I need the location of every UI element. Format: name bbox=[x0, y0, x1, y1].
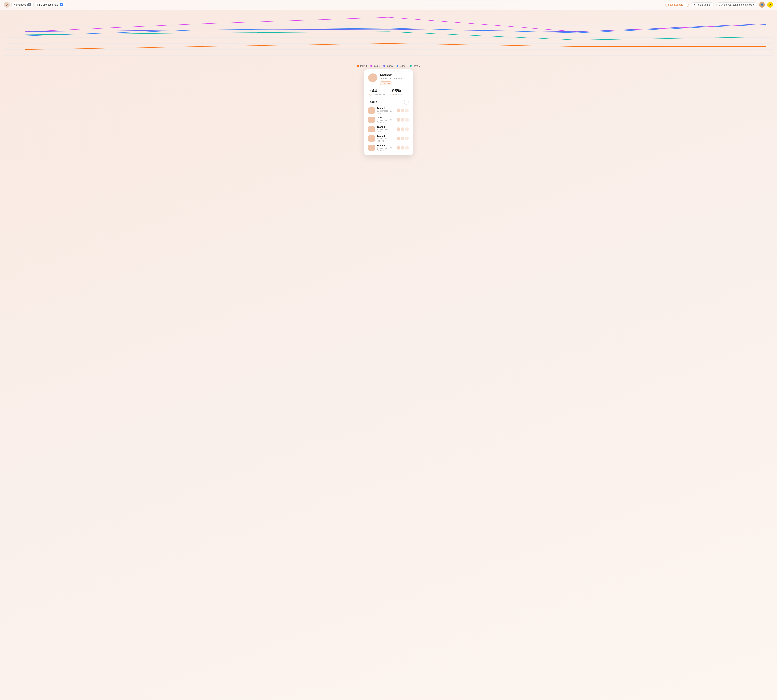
legend-team3-label: Team 3 bbox=[386, 65, 393, 67]
team1-color-dot bbox=[357, 65, 359, 67]
team-member-avatars bbox=[397, 127, 409, 131]
stat-reviews: ↻ 98% 2445 Reviews bbox=[389, 88, 402, 96]
navbar-right: 3 pts available ⋮ ✦ Ask anything! Curren… bbox=[665, 2, 773, 8]
pts-chevron-icon: ⋮ bbox=[684, 3, 687, 6]
verified-badge: ✓ verified bbox=[379, 82, 392, 85]
team-info: team 2 33 members 12 Projects bbox=[377, 116, 394, 123]
mini-avatar bbox=[401, 127, 404, 131]
profile-name: Andrew bbox=[379, 73, 409, 77]
navbar-left: ↺ workspace W Hire professionals H bbox=[4, 2, 65, 8]
team-info: Team 3 24 members 12 Projects bbox=[377, 125, 394, 133]
teams-header: Teams + bbox=[368, 100, 409, 105]
year-dropdown-button[interactable]: Current year team peformance ▾ bbox=[716, 2, 757, 7]
team-info: Team 5 12 members 12 Projects bbox=[377, 144, 394, 152]
legend-team4: Team 4 bbox=[397, 65, 407, 67]
team-item[interactable]: Team 5 12 members 12 Projects bbox=[368, 144, 409, 152]
legend-team5: Team 5 bbox=[410, 65, 420, 67]
tab-workspace-badge: W bbox=[27, 3, 31, 6]
team-item[interactable]: Team 4 4 members 12 Projects bbox=[368, 135, 409, 142]
team-name: team 2 bbox=[377, 116, 394, 119]
mini-avatar bbox=[405, 137, 409, 140]
team-info: Team 1 10 members 12 Projects bbox=[377, 107, 394, 114]
team-item[interactable]: Team 3 24 members 12 Projects bbox=[368, 125, 409, 133]
dropdown-label: Current year team peformance bbox=[719, 3, 752, 6]
profile-avatar bbox=[368, 73, 377, 82]
stat-teammates-label: 2,345 Teammates bbox=[369, 93, 385, 96]
team-meta: 4 members 12 Projects bbox=[377, 138, 394, 142]
mini-avatar bbox=[401, 109, 404, 112]
team-info: Team 4 4 members 12 Projects bbox=[377, 135, 394, 142]
app-logo-icon[interactable]: ↺ bbox=[4, 2, 10, 8]
team5-color-dot bbox=[410, 65, 411, 67]
chevron-down-icon: ▾ bbox=[753, 3, 754, 6]
mini-avatar bbox=[397, 137, 400, 140]
mini-avatar bbox=[397, 118, 400, 122]
add-team-button[interactable]: + bbox=[404, 100, 409, 105]
tab-hire[interactable]: Hire professionals H bbox=[35, 2, 65, 7]
team-member-avatars bbox=[397, 118, 409, 122]
team2-color-dot bbox=[370, 65, 372, 67]
profile-sub: 15 members • 5 Teams bbox=[379, 77, 409, 80]
team4-color-dot bbox=[397, 65, 398, 67]
svg-text:May: May bbox=[760, 62, 772, 62]
teams-title: Teams bbox=[368, 100, 377, 104]
team-avatar bbox=[368, 107, 375, 114]
stats-row: ✕ 44 2,345 Teammates ↻ 98% 2445 Reviews bbox=[368, 88, 409, 96]
team-meta: 33 members 12 Projects bbox=[377, 119, 394, 123]
legend-team3: Team 3 bbox=[383, 65, 393, 67]
chart-svg: 100 90 80 70 60 50 40 30 20 January Febr… bbox=[4, 14, 773, 62]
team-avatar bbox=[368, 126, 375, 132]
team3-color-dot bbox=[383, 65, 385, 67]
team-name: Team 4 bbox=[377, 135, 394, 138]
legend-team2: Team 2 bbox=[370, 65, 380, 67]
profile-header: Andrew 15 members • 5 Teams ✓ verified bbox=[368, 73, 409, 85]
team-avatar bbox=[368, 117, 375, 123]
legend-team1-label: Team 1 bbox=[360, 65, 367, 67]
team-meta: 24 members 12 Projects bbox=[377, 128, 394, 133]
svg-text:February: February bbox=[187, 62, 212, 62]
verified-check-icon: ✓ bbox=[381, 82, 383, 84]
team-item[interactable]: Team 1 10 members 12 Projects bbox=[368, 107, 409, 114]
team-list: Team 1 10 members 12 Projects bbox=[368, 107, 409, 152]
svg-text:March: March bbox=[380, 62, 397, 62]
stat-reviews-label: 2445 Reviews bbox=[389, 93, 402, 96]
stat-teammates-count: 2,345 bbox=[369, 93, 374, 96]
mini-avatar bbox=[405, 109, 409, 112]
tab-workspace-label: workspace bbox=[13, 3, 26, 6]
mini-avatar bbox=[401, 137, 404, 140]
mini-avatar bbox=[397, 127, 400, 131]
team-avatar bbox=[368, 145, 375, 151]
mini-avatar bbox=[397, 146, 400, 150]
svg-text:January: January bbox=[14, 62, 36, 62]
team-meta: 12 members 12 Projects bbox=[377, 147, 394, 152]
theme-toggle-button[interactable]: ☀ bbox=[767, 2, 773, 8]
mini-avatar bbox=[397, 109, 400, 112]
team-members: 10 members bbox=[377, 110, 388, 112]
stat-reviews-main: ↻ 98% bbox=[389, 88, 402, 93]
legend-team5-label: Team 5 bbox=[413, 65, 420, 67]
stat-refresh-icon: ↻ bbox=[389, 89, 391, 92]
tab-hire-label: Hire professionals bbox=[37, 3, 58, 6]
pts-available-button[interactable]: 3 pts available ⋮ bbox=[665, 3, 688, 7]
pts-label: 3 pts available bbox=[668, 3, 683, 6]
stat-teammates-text: Teammates bbox=[375, 93, 385, 96]
legend-team2-label: Team 2 bbox=[373, 65, 380, 67]
performance-chart: 100 90 80 70 60 50 40 30 20 January Febr… bbox=[0, 10, 777, 66]
stat-reviews-text: Reviews bbox=[394, 93, 402, 96]
profile-card: Andrew 15 members • 5 Teams ✓ verified ✕… bbox=[364, 69, 413, 155]
user-avatar[interactable]: 👤 bbox=[759, 2, 765, 8]
main-content: 100 90 80 70 60 50 40 30 20 January Febr… bbox=[0, 10, 777, 66]
team-members: 24 members bbox=[377, 128, 388, 131]
ask-label: Ask anything! bbox=[697, 3, 711, 6]
team-name: Team 5 bbox=[377, 144, 394, 147]
stat-teammates-main: ✕ 44 bbox=[369, 88, 385, 93]
svg-text:April: April bbox=[571, 62, 583, 62]
mini-avatar bbox=[401, 146, 404, 150]
team-item[interactable]: team 2 33 members 12 Projects bbox=[368, 116, 409, 123]
stat-x-icon: ✕ bbox=[369, 89, 371, 92]
legend-team4-label: Team 4 bbox=[399, 65, 407, 67]
teams-section: Teams + Team 1 10 members 12 Projects bbox=[368, 100, 409, 152]
mini-avatar bbox=[405, 118, 409, 122]
tab-workspace[interactable]: workspace W bbox=[11, 2, 33, 7]
ask-anything-button[interactable]: ✦ Ask anything! bbox=[691, 2, 714, 7]
